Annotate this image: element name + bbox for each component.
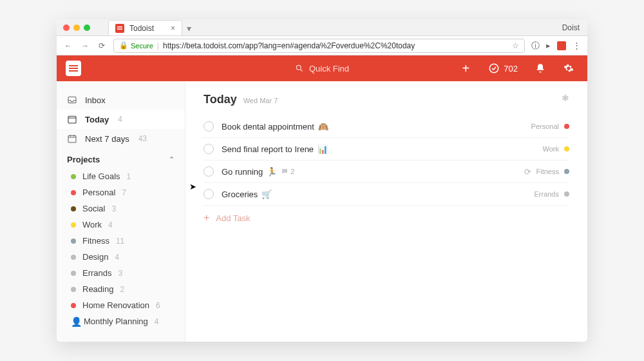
- project-item[interactable]: Life Goals1: [57, 168, 185, 184]
- quick-find[interactable]: Quick Find: [295, 64, 349, 73]
- project-label: Home Renovation: [82, 300, 149, 310]
- project-color-dot: [71, 303, 76, 308]
- todoist-logo[interactable]: [66, 61, 81, 76]
- view-title: Today: [204, 93, 237, 106]
- svg-rect-4: [68, 116, 76, 123]
- project-item[interactable]: Social3: [57, 200, 185, 217]
- project-item[interactable]: Errands3: [57, 265, 185, 281]
- task-project-label: Personal: [531, 122, 559, 130]
- search-placeholder: Quick Find: [309, 64, 349, 73]
- address-bar[interactable]: 🔒 Secure | https://beta.todoist.com/app?…: [113, 39, 525, 53]
- project-label: Reading: [82, 284, 113, 294]
- browser-menu-icon[interactable]: ⋮: [573, 41, 581, 50]
- project-count: 4: [115, 253, 119, 262]
- task-text: Send final report to Irene: [222, 144, 314, 154]
- settings-icon[interactable]: [563, 63, 574, 74]
- project-count: 11: [116, 237, 124, 246]
- task-meta: Personal: [531, 122, 569, 130]
- projects-list: Life Goals1Personal7Social3Work4Fitness1…: [57, 168, 185, 329]
- main-panel: ➤ Today Wed Mar 7 ✱ Book dental appointm…: [185, 81, 587, 342]
- add-task-icon[interactable]: +: [460, 63, 471, 74]
- sidebar-item-today[interactable]: Today 4: [57, 110, 185, 129]
- reload-button[interactable]: ⟳: [97, 41, 107, 50]
- project-item[interactable]: 👤Monthly Planning4: [57, 313, 185, 329]
- task-list: Book dental appointment 🙉PersonalSend fi…: [204, 115, 569, 206]
- task-project-label: Work: [543, 145, 559, 153]
- browser-extensions: ⓘ ▸ ⋮: [531, 40, 581, 52]
- karma-icon: [488, 63, 500, 74]
- project-label: Personal: [82, 188, 115, 197]
- browser-toolbar: ← → ⟳ 🔒 Secure | https://beta.todoist.co…: [57, 36, 587, 55]
- sidebar-item-count: 4: [118, 115, 122, 124]
- window-controls: [57, 24, 90, 31]
- projects-label: Projects: [67, 155, 100, 164]
- todoist-extension-icon[interactable]: [557, 41, 566, 50]
- maximize-window-button[interactable]: [84, 24, 90, 31]
- inbox-icon: [67, 95, 77, 105]
- task-text: Groceries: [222, 190, 258, 199]
- sidebar-item-label: Today: [85, 115, 109, 124]
- search-icon: [295, 64, 304, 73]
- project-count: 6: [156, 301, 160, 310]
- calendar-week-icon: [67, 133, 77, 144]
- task-project-label: Errands: [534, 190, 559, 198]
- task-row[interactable]: Send final report to Irene 📊Work: [204, 138, 569, 161]
- sidebar-item-inbox[interactable]: Inbox: [57, 90, 185, 110]
- project-item[interactable]: Home Renovation6: [57, 297, 185, 313]
- forward-button[interactable]: →: [80, 41, 90, 50]
- project-label: Errands: [82, 268, 112, 278]
- task-checkbox[interactable]: [204, 121, 214, 132]
- project-color-dot: [564, 124, 569, 129]
- notifications-icon[interactable]: [535, 63, 546, 74]
- projects-header[interactable]: Projects ⌃: [57, 148, 185, 168]
- task-checkbox[interactable]: [204, 144, 214, 154]
- secure-label: Secure: [131, 42, 153, 50]
- project-color-dot: [71, 190, 76, 195]
- person-icon: 👤: [71, 317, 77, 327]
- secure-indicator: 🔒 Secure: [119, 41, 153, 50]
- project-label: Life Goals: [82, 171, 120, 181]
- sidebar-item-next7[interactable]: Next 7 days 43: [57, 129, 185, 148]
- view-options-icon[interactable]: ✱: [562, 93, 569, 103]
- browser-tabstrip: Todoist × ▾ Doist: [57, 19, 587, 36]
- project-color-dot: [71, 239, 76, 244]
- project-item[interactable]: Fitness11: [57, 233, 185, 249]
- task-row[interactable]: Go running 🏃2⟳Fitness: [204, 161, 569, 183]
- karma-points: 702: [504, 64, 518, 73]
- task-checkbox[interactable]: [204, 189, 214, 199]
- svg-point-0: [296, 65, 301, 70]
- bookmark-icon[interactable]: ☆: [512, 41, 519, 50]
- project-color-dot: [71, 287, 76, 292]
- project-label: Fitness: [82, 236, 109, 246]
- task-emoji: 🛒: [261, 190, 272, 199]
- task-checkbox[interactable]: [204, 166, 214, 177]
- info-icon[interactable]: ⓘ: [531, 40, 540, 52]
- task-emoji: 📊: [317, 144, 328, 154]
- task-row[interactable]: Book dental appointment 🙉Personal: [204, 115, 569, 138]
- minimize-window-button[interactable]: [73, 24, 80, 31]
- project-item[interactable]: Personal7: [57, 184, 185, 200]
- project-color-dot: [71, 255, 76, 260]
- project-color-dot: [71, 206, 76, 211]
- plus-icon: +: [204, 212, 209, 224]
- extension-icon[interactable]: ▸: [546, 41, 551, 50]
- add-task-button[interactable]: + Add Task: [204, 212, 569, 224]
- back-button[interactable]: ←: [63, 41, 73, 50]
- project-item[interactable]: Reading2: [57, 281, 185, 297]
- todoist-favicon: [115, 24, 124, 33]
- project-item[interactable]: Work4: [57, 217, 185, 233]
- comment-count[interactable]: 2: [281, 168, 294, 175]
- new-tab-button[interactable]: ▾: [182, 23, 195, 34]
- lock-icon: 🔒: [119, 41, 128, 50]
- project-item[interactable]: Design4: [57, 249, 185, 265]
- project-count: 1: [127, 172, 131, 181]
- browser-tab[interactable]: Todoist ×: [108, 20, 182, 35]
- close-window-button[interactable]: [63, 24, 70, 31]
- chevron-up-icon: ⌃: [169, 155, 175, 164]
- comment-icon: [281, 168, 289, 175]
- close-tab-icon[interactable]: ×: [171, 24, 175, 33]
- task-row[interactable]: Groceries 🛒Errands: [204, 183, 569, 206]
- karma-counter[interactable]: 702: [488, 63, 518, 74]
- app-body: Inbox Today 4 Next 7 days 43 Projects ⌃: [57, 81, 587, 342]
- svg-rect-6: [68, 135, 76, 142]
